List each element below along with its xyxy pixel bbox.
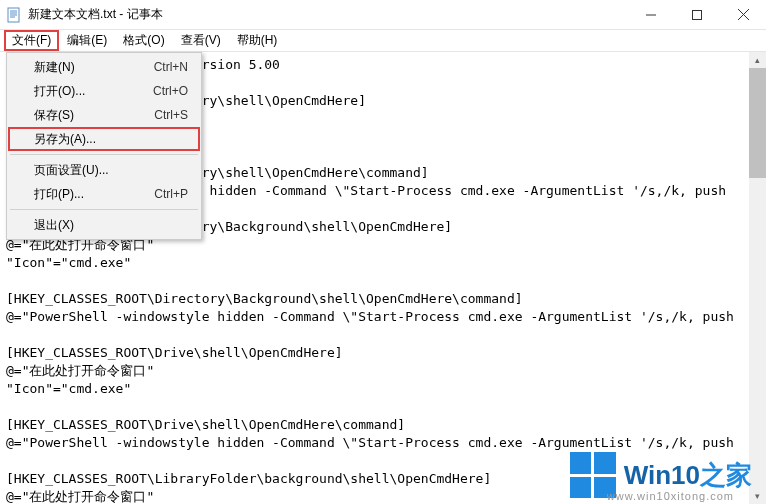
menu-item-print[interactable]: 打印(P)... Ctrl+P — [8, 182, 200, 206]
title-bar: 新建文本文档.txt - 记事本 — [0, 0, 766, 30]
scroll-thumb[interactable] — [749, 68, 766, 178]
watermark: Win10之家 www.win10xitong.com — [570, 452, 752, 498]
menu-item-exit[interactable]: 退出(X) — [8, 213, 200, 237]
menu-item-label: 打印(P)... — [34, 186, 84, 203]
vertical-scrollbar[interactable]: ▴ ▾ — [749, 52, 766, 504]
menu-separator — [10, 154, 198, 155]
menu-item-open[interactable]: 打开(O)... Ctrl+O — [8, 79, 200, 103]
menu-item-shortcut: Ctrl+P — [154, 187, 188, 201]
menu-bar: 文件(F) 编辑(E) 格式(O) 查看(V) 帮助(H) — [0, 30, 766, 52]
menu-item-shortcut: Ctrl+N — [154, 60, 188, 74]
menu-item-label: 保存(S) — [34, 107, 74, 124]
menu-file[interactable]: 文件(F) — [4, 30, 59, 51]
watermark-url: www.win10xitong.com — [607, 490, 734, 502]
menu-item-label: 退出(X) — [34, 217, 74, 234]
menu-item-page-setup[interactable]: 页面设置(U)... — [8, 158, 200, 182]
menu-item-save-as[interactable]: 另存为(A)... — [8, 127, 200, 151]
menu-help[interactable]: 帮助(H) — [229, 30, 286, 51]
menu-item-label: 另存为(A)... — [34, 131, 96, 148]
menu-separator — [10, 209, 198, 210]
menu-item-save[interactable]: 保存(S) Ctrl+S — [8, 103, 200, 127]
menu-item-shortcut: Ctrl+S — [154, 108, 188, 122]
menu-view[interactable]: 查看(V) — [173, 30, 229, 51]
watermark-brand: Win10之家 — [624, 460, 752, 490]
window-controls — [628, 0, 766, 29]
scroll-up-arrow[interactable]: ▴ — [749, 52, 766, 68]
menu-edit[interactable]: 编辑(E) — [59, 30, 115, 51]
close-button[interactable] — [720, 0, 766, 29]
menu-item-new[interactable]: 新建(N) Ctrl+N — [8, 55, 200, 79]
minimize-button[interactable] — [628, 0, 674, 29]
file-menu-dropdown: 新建(N) Ctrl+N 打开(O)... Ctrl+O 保存(S) Ctrl+… — [6, 52, 202, 240]
window-title: 新建文本文档.txt - 记事本 — [28, 6, 628, 23]
menu-format[interactable]: 格式(O) — [115, 30, 172, 51]
svg-rect-6 — [693, 10, 702, 19]
menu-item-shortcut: Ctrl+O — [153, 84, 188, 98]
menu-item-label: 打开(O)... — [34, 83, 85, 100]
menu-item-label: 新建(N) — [34, 59, 75, 76]
maximize-button[interactable] — [674, 0, 720, 29]
app-icon — [6, 7, 22, 23]
menu-item-label: 页面设置(U)... — [34, 162, 109, 179]
